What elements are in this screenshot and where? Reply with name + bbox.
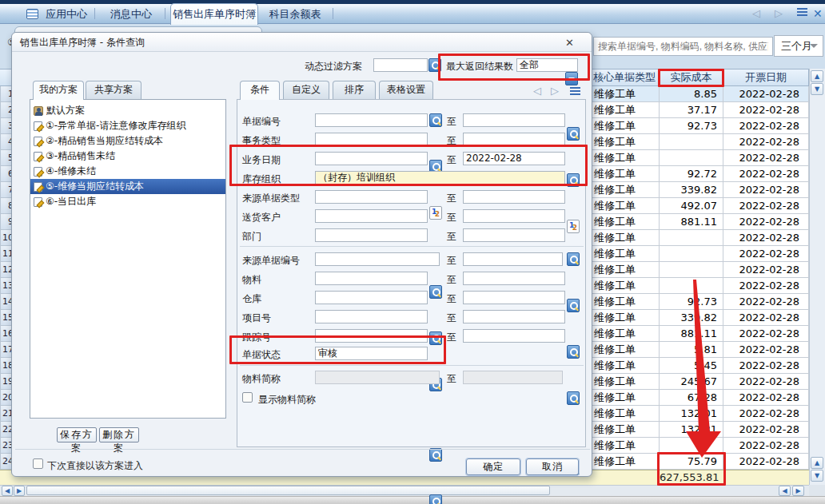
tab-app-center[interactable]: 应用中心 (42, 4, 91, 24)
field-input-to[interactable] (463, 190, 565, 204)
cell-invoice-date[interactable]: 2022-02-28 (723, 390, 809, 406)
column-header-doc-type[interactable]: 核心单据类型 (590, 69, 660, 86)
cell-doc-type[interactable]: 维修工单 (590, 454, 660, 470)
lookup-icon[interactable] (567, 127, 580, 141)
scroll-down-icon[interactable]: ▼ (811, 470, 823, 482)
cell-actual-cost[interactable]: 881.11 (660, 214, 723, 230)
field-input-from[interactable] (315, 272, 428, 285)
tab-conditions[interactable]: 条件 (240, 81, 280, 100)
period-dropdown[interactable]: 三个月 (774, 35, 823, 57)
cell-doc-type[interactable]: 维修工单 (590, 86, 660, 102)
cell-actual-cost[interactable] (660, 134, 723, 150)
vertical-scrollbar[interactable] (809, 69, 825, 486)
field-input-to[interactable] (463, 113, 565, 127)
window-close-icon[interactable]: ✕ (813, 6, 823, 21)
cell-doc-type[interactable]: 维修工单 (590, 134, 660, 150)
field-input-from[interactable] (315, 190, 428, 204)
nav-forward-icon[interactable]: ▷ (551, 84, 559, 98)
cell-invoice-date[interactable]: 2022-02-28 (723, 358, 809, 374)
tab-list-icon[interactable] (797, 8, 807, 17)
cell-doc-type[interactable]: 维修工单 (590, 262, 660, 278)
field-input-to[interactable] (463, 310, 565, 323)
cell-invoice-date[interactable]: 2022-02-28 (723, 326, 809, 342)
tab-grid-settings[interactable]: 表格设置 (379, 81, 433, 99)
cell-doc-type[interactable]: 维修工单 (590, 102, 660, 118)
cell-actual-cost[interactable] (660, 230, 723, 246)
scheme-item[interactable]: ④-维修未结 (30, 164, 225, 179)
lookup-icon[interactable] (429, 113, 442, 127)
cell-doc-type[interactable]: 维修工单 (590, 438, 660, 454)
cell-doc-type[interactable]: 维修工单 (590, 406, 660, 422)
tab-custom[interactable]: 自定义 (283, 81, 329, 99)
horizontal-scroll-thumb[interactable] (26, 486, 550, 495)
field-input-from[interactable] (315, 228, 428, 242)
cancel-button[interactable]: 取消 (526, 458, 579, 475)
cell-doc-type[interactable]: 维修工单 (590, 166, 660, 182)
search-input[interactable] (593, 37, 773, 56)
cell-doc-type[interactable]: 维修工单 (590, 182, 660, 198)
tab-sales-outbound-journal[interactable]: 销售出库单序时簿 (170, 3, 258, 25)
cell-invoice-date[interactable]: 2022-02-28 (723, 310, 809, 326)
field-input-to[interactable] (463, 291, 565, 304)
cell-invoice-date[interactable]: 2022-02-28 (723, 294, 809, 310)
cell-invoice-date[interactable]: 2022-02-28 (723, 454, 809, 470)
lookup-icon[interactable] (567, 299, 580, 312)
scheme-item[interactable]: ①-异常单据-请注意修改库存组织 (30, 118, 225, 133)
field-input-to[interactable] (463, 272, 565, 285)
enter-with-scheme-checkbox[interactable] (33, 458, 43, 469)
nav-forward-icon[interactable]: ▷ (775, 6, 783, 21)
lookup-icon[interactable] (567, 391, 580, 405)
field-input-to[interactable] (463, 209, 565, 223)
cell-invoice-date[interactable]: 2022-02-28 (723, 198, 809, 214)
scroll-left-icon[interactable]: ◀ (2, 486, 13, 496)
cell-actual-cost[interactable]: 492.07 (660, 198, 723, 214)
cell-invoice-date[interactable]: 2022-02-28 (723, 278, 809, 294)
cell-doc-type[interactable]: 维修工单 (590, 422, 660, 438)
column-header-invoice-date[interactable]: 开票日期 (723, 69, 809, 86)
field-input-to[interactable] (463, 252, 563, 266)
lookup-icon[interactable] (429, 448, 442, 462)
cell-actual-cost[interactable]: 339.82 (660, 182, 723, 198)
calendar-icon[interactable] (429, 206, 442, 220)
ok-button[interactable]: 确定 (466, 458, 520, 475)
nav-back-icon[interactable]: ◁ (752, 6, 760, 21)
cell-actual-cost[interactable]: 37.17 (660, 102, 723, 118)
nav-back-icon[interactable]: ◁ (533, 84, 541, 98)
scheme-item[interactable]: ②-精品销售当期应结转成本 (30, 133, 225, 149)
cell-invoice-date[interactable]: 2022-02-28 (723, 134, 809, 150)
field-input-to[interactable] (463, 329, 565, 343)
scroll-up-icon[interactable]: ▲ (811, 70, 823, 82)
cell-invoice-date[interactable]: 2022-02-28 (723, 150, 809, 166)
tab-sort[interactable]: 排序 (333, 81, 376, 99)
scroll-left-icon[interactable]: ◀ (779, 486, 791, 496)
tab-account-balance[interactable]: 科目余额表 (262, 4, 328, 24)
scroll-down-icon[interactable]: ▼ (811, 83, 823, 95)
show-abbr-checkbox[interactable] (242, 392, 253, 403)
cell-invoice-date[interactable]: 2022-02-28 (723, 342, 809, 358)
field-input-from[interactable] (315, 252, 440, 266)
field-input-to[interactable] (463, 228, 565, 242)
cell-doc-type[interactable]: 维修工单 (590, 294, 660, 310)
cell-invoice-date[interactable]: 2022-02-28 (723, 102, 809, 118)
cell-invoice-date[interactable]: 2022-02-28 (723, 86, 809, 102)
cell-doc-type[interactable]: 维修工单 (590, 390, 660, 406)
cell-doc-type[interactable]: 维修工单 (590, 326, 660, 342)
field-input-from[interactable] (315, 209, 428, 223)
tab-shared-schemes[interactable]: 共享方案 (86, 81, 141, 99)
scheme-item[interactable]: 默认方案 (30, 103, 225, 118)
calendar-icon[interactable] (567, 220, 580, 233)
cell-invoice-date[interactable]: 2022-02-28 (723, 422, 809, 438)
tab-list-icon[interactable] (570, 87, 580, 96)
lookup-icon[interactable] (567, 252, 580, 266)
tab-message-center[interactable]: 消息中心 (102, 4, 160, 24)
cell-doc-type[interactable]: 维修工单 (590, 150, 660, 166)
cell-invoice-date[interactable]: 2022-02-28 (723, 246, 809, 262)
cell-actual-cost[interactable]: 92.73 (660, 118, 723, 134)
cell-doc-type[interactable]: 维修工单 (590, 118, 660, 134)
field-input-from[interactable] (315, 291, 428, 304)
cell-doc-type[interactable]: 维修工单 (590, 230, 660, 246)
scheme-item[interactable]: ③-精品销售未结 (30, 149, 225, 164)
delete-scheme-button[interactable]: 删除方案 (99, 427, 139, 442)
cell-doc-type[interactable]: 维修工单 (590, 310, 660, 326)
scroll-right-icon[interactable]: ▶ (792, 486, 804, 496)
